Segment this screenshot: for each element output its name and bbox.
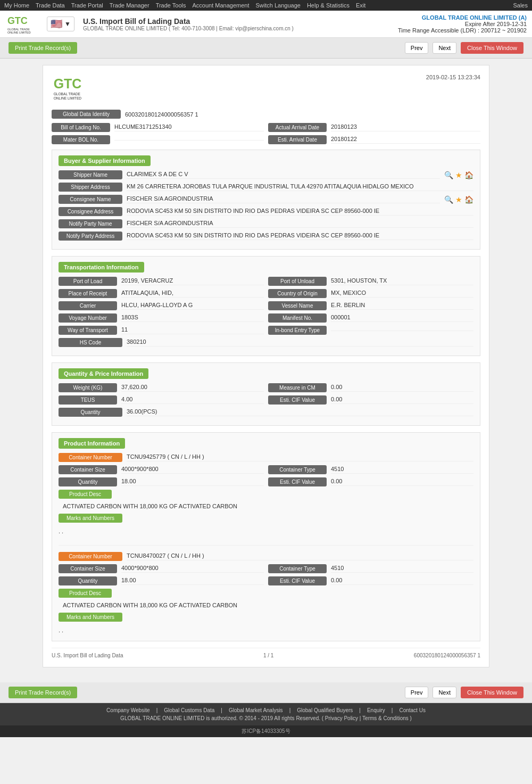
shipper-action-icons: 🔍 ★ 🏠 <box>444 171 473 179</box>
vessel-name-label: Vessel Name <box>268 301 327 310</box>
port-of-load-value: 20199, VERACRUZ <box>121 277 264 285</box>
product-info-section-title: Product Information <box>59 438 125 449</box>
shipper-name-row: Shipper Name CLARIMEX S A DE C V 🔍 ★ 🏠 <box>59 170 473 179</box>
footer-link-global-market[interactable]: Global Market Analysis <box>229 707 283 713</box>
close-button-top[interactable]: Close This Window <box>461 42 523 54</box>
svg-text:GTC: GTC <box>54 77 82 92</box>
nav-account-management[interactable]: Account Management <box>193 2 250 9</box>
nav-items[interactable]: My Home Trade Data Trade Portal Trade Ma… <box>4 2 365 9</box>
home-icon[interactable]: 🏠 <box>464 171 473 179</box>
container-1-qty-label: Quantity <box>59 477 117 486</box>
inbond-entry-type-label: In-bond Entry Type <box>268 326 327 335</box>
container-2-type-field: Container Type 4510 <box>268 564 473 573</box>
container-1-number-label: Container Number <box>59 453 122 462</box>
voyage-number-field: Voyage Number 1803S <box>59 313 264 323</box>
mater-bol-row: Mater BOL No. Esti. Arrival Date 2018012… <box>52 135 480 144</box>
measure-in-cm-value: 0.00 <box>331 384 473 392</box>
mater-bol-field: Mater BOL No. <box>52 135 264 144</box>
voyage-number-value: 1803S <box>121 314 264 322</box>
nav-trade-portal[interactable]: Trade Portal <box>71 2 103 9</box>
nav-trade-manager[interactable]: Trade Manager <box>110 2 149 9</box>
prev-button-top[interactable]: Prev <box>405 42 429 54</box>
site-footer: Company Website | Global Customs Data | … <box>0 703 532 725</box>
footer-link-contact-us[interactable]: Contact Us <box>399 707 425 713</box>
footer-link-company-website[interactable]: Company Website <box>106 707 150 713</box>
nav-trade-data[interactable]: Trade Data <box>36 2 65 9</box>
carrier-vessel-row: Carrier HLCU, HAPAG-LLOYD A G Vessel Nam… <box>59 301 473 310</box>
print-button-top[interactable]: Print Trade Record(s) <box>9 42 77 54</box>
nav-my-home[interactable]: My Home <box>4 2 29 9</box>
container-2-number-label: Container Number <box>59 552 122 561</box>
esti-arrival-field: Esti. Arrival Date 20180122 <box>268 135 480 144</box>
actual-arrival-date-label: Actual Arrival Date <box>268 123 327 132</box>
home-icon-2[interactable]: 🏠 <box>464 195 473 204</box>
next-button-bottom[interactable]: Next <box>433 687 456 698</box>
container-2-type-value: 4510 <box>331 565 473 573</box>
star-icon-2[interactable]: ★ <box>455 195 462 204</box>
toolbar-bottom-right: Prev Next Close This Window <box>405 687 523 698</box>
time-range: Time Range Accessible (LDR) : 200712 ~ 2… <box>398 27 527 34</box>
header-subtitle: GLOBAL TRADE ONLINE LIMITED ( Tel: 400-7… <box>83 26 294 31</box>
vessel-name-field: Vessel Name E.R. BERLIN <box>268 301 473 310</box>
footer-link-enquiry[interactable]: Enquiry <box>367 707 385 713</box>
carrier-label: Carrier <box>59 301 117 310</box>
star-icon[interactable]: ★ <box>455 171 462 179</box>
quantity-price-section: Quantity & Price Information Weight (KG)… <box>52 362 480 426</box>
svg-text:GTC: GTC <box>7 15 28 26</box>
country-of-origin-label: Country of Origin <box>268 289 327 298</box>
nav-exit[interactable]: Exit <box>356 2 365 9</box>
container-2-size-type-row: Container Size 4000*900*800 Container Ty… <box>59 564 473 573</box>
carrier-value: HLCU, HAPAG-LLOYD A G <box>121 302 264 310</box>
search-icon-2[interactable]: 🔍 <box>444 195 453 204</box>
voyage-number-label: Voyage Number <box>59 313 117 323</box>
search-icon[interactable]: 🔍 <box>444 171 453 179</box>
container-2-number-value: TCNU8470027 ( CN / L / HH ) <box>127 552 473 560</box>
next-button-top[interactable]: Next <box>433 42 456 54</box>
consignee-action-icons: 🔍 ★ 🏠 <box>444 195 473 204</box>
flag-selector[interactable]: 🇺🇸 ▼ <box>47 16 74 31</box>
consignee-address-label: Consignee Address <box>59 207 122 216</box>
footer-link-global-customs[interactable]: Global Customs Data <box>164 707 214 713</box>
nav-switch-language[interactable]: Switch Language <box>256 2 301 9</box>
header-title-area: U.S. Import Bill of Lading Data GLOBAL T… <box>83 17 294 31</box>
global-data-identity-label: Global Data Identity <box>52 110 121 119</box>
transportation-section: Transportation Information Port of Load … <box>52 256 480 356</box>
nav-help-statistics[interactable]: Help & Statistics <box>307 2 350 9</box>
toolbar-bottom-left: Print Trade Record(s) <box>9 687 77 698</box>
port-of-unload-field: Port of Unload 5301, HOUSTON, TX <box>268 277 473 286</box>
container-1-size-value: 4000*900*800 <box>121 466 264 474</box>
consignee-name-value: FISCHER S/A AGROINDUSTRIA <box>127 195 440 203</box>
port-of-unload-value: 5301, HOUSTON, TX <box>331 277 473 285</box>
product-info-section: Product Information Container Number TCN… <box>52 432 480 641</box>
footer-links: Company Website | Global Customs Data | … <box>4 707 528 713</box>
container-2-qty-field: Quantity 18.00 <box>59 576 264 585</box>
gtc-logo-icon: GTC GLOBAL TRADE ONLINE LIMITED <box>5 14 43 34</box>
flag-icon: 🇺🇸 <box>51 18 62 30</box>
hs-code-row: HS Code 380210 <box>59 338 473 347</box>
page-title: U.S. Import Bill of Lading Data <box>83 17 294 26</box>
quantity-row: Quantity 36.00(PCS) <box>59 408 473 417</box>
container-2-qty-label: Quantity <box>59 576 117 585</box>
esti-cif-field: Esti. CIF Value 0.00 <box>268 395 473 405</box>
nav-trade-tools[interactable]: Trade Tools <box>156 2 186 9</box>
port-of-unload-label: Port of Unload <box>268 277 327 286</box>
country-of-origin-value: MX, MEXICO <box>331 290 473 298</box>
nav-sales: Sales <box>513 2 528 9</box>
footer-separator-5: | <box>392 707 393 713</box>
toolbar-right: Prev Next Close This Window <box>405 42 523 54</box>
quantity-value: 36.00(PCS) <box>127 408 473 416</box>
close-button-bottom[interactable]: Close This Window <box>461 687 523 698</box>
print-button-bottom[interactable]: Print Trade Record(s) <box>9 687 77 698</box>
prev-button-bottom[interactable]: Prev <box>405 687 429 698</box>
footer-link-global-buyers[interactable]: Global Qualified Buyers <box>297 707 353 713</box>
notify-party-name-value: FISCHER S/A AGROINDUSTRIA <box>127 220 473 228</box>
container-2-type-label: Container Type <box>268 564 327 573</box>
measure-in-cm-field: Measure in CM 0.00 <box>268 383 473 392</box>
container-2-product-desc-label: Product Desc <box>59 589 112 598</box>
header-bar: GTC GLOBAL TRADE ONLINE LIMITED 🇺🇸 ▼ U.S… <box>0 11 532 38</box>
notify-party-name-row: Notify Party Name FISCHER S/A AGROINDUST… <box>59 219 473 228</box>
way-of-transport-field: Way of Transport 11 <box>59 326 264 335</box>
document-card: GTC GLOBAL TRADE ONLINE LIMITED 2019-02-… <box>43 65 489 667</box>
container-2-size-label: Container Size <box>59 564 117 573</box>
footer-separator-3: | <box>289 707 291 713</box>
